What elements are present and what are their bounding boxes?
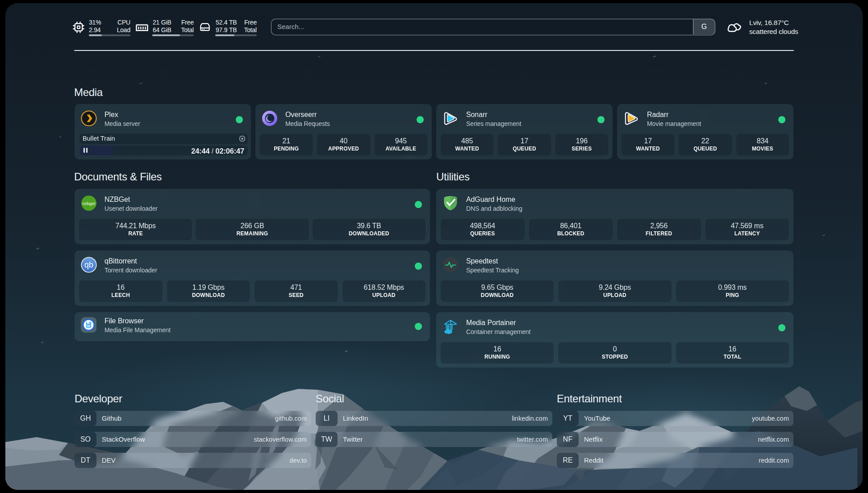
svg-text:nzbget: nzbget — [83, 201, 96, 206]
svg-text:qb: qb — [84, 260, 93, 269]
